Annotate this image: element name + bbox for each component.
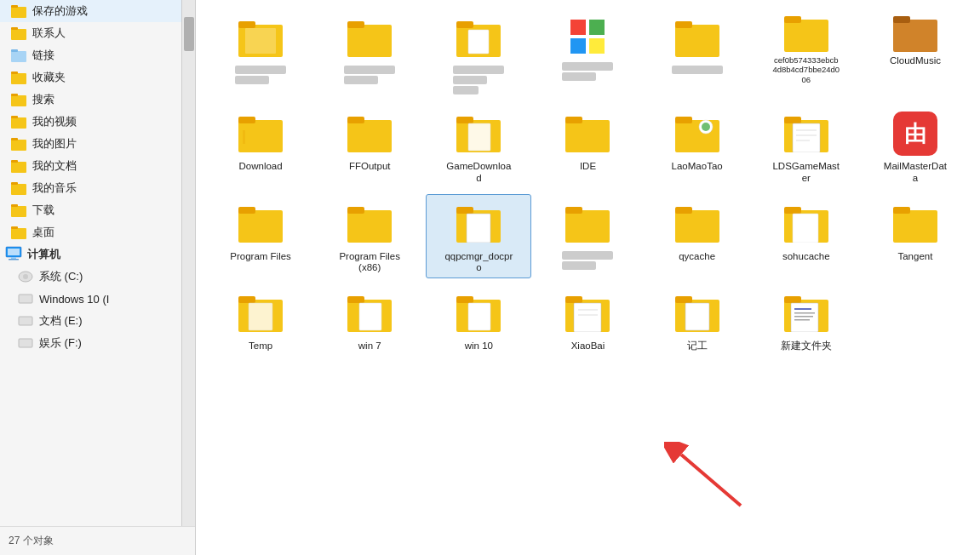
- file-item-blurred2[interactable]: [317, 9, 422, 99]
- sidebar-item-drive-c[interactable]: 系统 (C:): [0, 266, 181, 288]
- svg-rect-89: [347, 296, 364, 303]
- file-item-download[interactable]: Download: [208, 104, 313, 189]
- sidebar-item-pictures[interactable]: 我的图片: [0, 133, 181, 155]
- files-grid: cef0b574333ebcb4d8b4cd7bbe24d006 CloudMu…: [208, 9, 968, 357]
- file-label: Program Files (x86): [335, 251, 404, 275]
- file-label: GameDownload: [444, 161, 513, 185]
- svg-rect-12: [11, 140, 26, 151]
- file-item-programfiles86[interactable]: Program Files (x86): [317, 194, 422, 279]
- sidebar-item-links[interactable]: 链接: [0, 44, 181, 66]
- folder-icon: [346, 200, 393, 248]
- sidebar-item-video[interactable]: 我的视频: [0, 111, 181, 133]
- sidebar-scrollbar[interactable]: [181, 0, 195, 526]
- svg-rect-100: [675, 296, 692, 303]
- svg-rect-37: [456, 21, 473, 28]
- svg-point-27: [23, 274, 28, 279]
- svg-rect-21: [11, 226, 18, 229]
- folder-icon: [782, 289, 830, 337]
- file-item-ldsgame[interactable]: LDSGameMaster: [754, 104, 859, 189]
- folder-icon: [10, 47, 27, 64]
- desktop-icon: [10, 224, 27, 241]
- file-item-colorful[interactable]: [535, 9, 640, 99]
- sidebar-item-label: 桌面: [32, 225, 54, 240]
- scrollbar-thumb[interactable]: [184, 17, 194, 51]
- file-item-sohucache[interactable]: sohucache: [754, 194, 859, 279]
- sidebar-item-desktop[interactable]: 桌面: [0, 221, 181, 243]
- file-item-blurred1[interactable]: [208, 9, 313, 99]
- folder-icon: [564, 289, 611, 337]
- sidebar-item-search[interactable]: 搜索: [0, 89, 181, 111]
- svg-rect-41: [570, 38, 586, 54]
- file-item-programfiles[interactable]: Program Files: [208, 194, 313, 279]
- drive-icon: [17, 312, 34, 329]
- sidebar-item-drive-f[interactable]: 娱乐 (F:): [0, 332, 181, 354]
- svg-rect-24: [11, 257, 16, 259]
- video-icon: [10, 113, 27, 130]
- sidebar-section-computer[interactable]: 计算机: [0, 243, 181, 266]
- sidebar-item-favorites[interactable]: 收藏夹: [0, 66, 181, 89]
- sidebar-item-label: 系统 (C:): [39, 269, 83, 284]
- sidebar-item-downloads[interactable]: 下载: [0, 199, 181, 221]
- svg-rect-83: [893, 210, 937, 243]
- svg-rect-84: [893, 207, 910, 214]
- file-item-qqpcmgr[interactable]: qqpcmgr_docpro: [426, 194, 531, 279]
- svg-rect-39: [570, 20, 586, 35]
- file-item-ffoutput[interactable]: FFOutput: [317, 104, 422, 189]
- folder-icon: [346, 110, 393, 157]
- sidebar-item-documents[interactable]: 我的文档: [0, 155, 181, 177]
- drive-icon: [17, 335, 34, 352]
- svg-rect-23: [8, 249, 20, 255]
- folder-icon: [673, 110, 721, 157]
- sidebar-item-label: 下载: [32, 203, 54, 218]
- file-item-temp[interactable]: Temp: [208, 283, 313, 357]
- file-item-newdir[interactable]: 新建文件夹: [754, 283, 859, 357]
- object-count: 27 个对象: [9, 535, 54, 546]
- file-item-mailmaster[interactable]: 由 MailMasterData: [863, 104, 968, 189]
- file-label: 新建文件夹: [781, 340, 832, 352]
- file-item-hash[interactable]: cef0b574333ebcb4d8b4cd7bbe24d006: [754, 9, 859, 99]
- file-item-blurred6[interactable]: [535, 194, 640, 279]
- file-label: qqpcmgr_docpro: [444, 251, 513, 275]
- main-content: cef0b574333ebcb4d8b4cd7bbe24d006 CloudMu…: [196, 0, 980, 555]
- file-item-laomao[interactable]: LaoMaoTao: [645, 104, 750, 189]
- folder-icon: [455, 200, 502, 248]
- svg-rect-103: [784, 296, 801, 303]
- sidebar-item-saved-games[interactable]: 保存的游戏: [0, 0, 181, 22]
- file-label: win 10: [465, 340, 493, 352]
- sidebar-item-contacts[interactable]: 联系人: [0, 22, 181, 44]
- svg-rect-74: [456, 207, 473, 214]
- colorful-folder-icon: [565, 14, 610, 59]
- svg-rect-11: [11, 116, 18, 118]
- sidebar-item-label: 我的图片: [32, 136, 77, 152]
- sidebar-item-label: 我的视频: [32, 114, 77, 129]
- svg-rect-43: [675, 25, 719, 57]
- svg-rect-19: [11, 204, 18, 207]
- file-item-qycache[interactable]: qycache: [645, 194, 750, 279]
- file-item-tangent[interactable]: Tangent: [863, 194, 968, 279]
- file-item-cloudmusic[interactable]: CloudMusic: [863, 9, 968, 99]
- svg-rect-42: [589, 38, 605, 54]
- svg-rect-7: [11, 72, 18, 74]
- file-label: Program Files: [230, 251, 291, 263]
- folder-icon: [237, 14, 284, 62]
- file-item-win7[interactable]: win 7: [317, 283, 422, 357]
- sidebar-item-drive-i[interactable]: Windows 10 (I: [0, 288, 181, 310]
- file-item-win10[interactable]: win 10: [426, 283, 531, 357]
- sidebar-item-label: 我的文档: [32, 158, 77, 174]
- svg-rect-72: [347, 207, 364, 214]
- file-item-blurred3[interactable]: [426, 9, 531, 99]
- file-label: XiaoBai: [571, 340, 605, 352]
- sidebar-item-drive-e[interactable]: 文档 (E:): [0, 310, 181, 332]
- svg-rect-3: [11, 27, 18, 30]
- file-item-blurred5[interactable]: [645, 9, 750, 99]
- svg-rect-38: [468, 30, 489, 54]
- file-item-xiaobai[interactable]: XiaoBai: [535, 283, 640, 357]
- file-item-gamedownload[interactable]: GameDownload: [426, 104, 531, 189]
- file-item-ide[interactable]: IDE: [535, 104, 640, 189]
- sidebar-item-music[interactable]: 我的音乐: [0, 177, 181, 199]
- svg-rect-45: [784, 20, 828, 52]
- svg-rect-20: [11, 228, 26, 239]
- file-label: CloudMusic: [890, 55, 941, 67]
- file-item-jigong[interactable]: 记工: [645, 283, 750, 357]
- folder-icon: [10, 3, 27, 20]
